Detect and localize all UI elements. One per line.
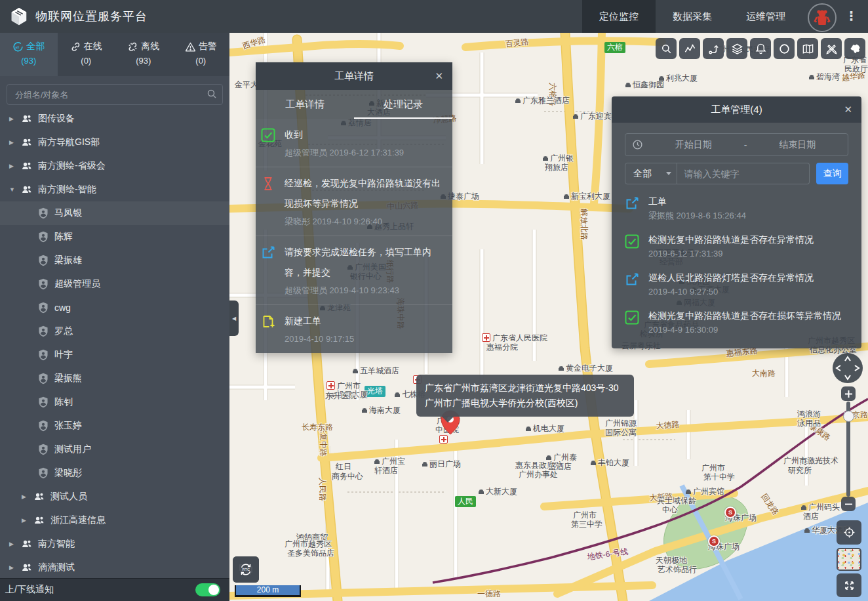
tree-group-17[interactable]: ▶浙江高速信息 (0, 508, 229, 532)
close-icon[interactable]: ✕ (844, 96, 852, 123)
tree-user-5[interactable]: 陈辉 (0, 225, 229, 249)
zoom-out-button[interactable] (841, 497, 856, 511)
map-label: 丰铂大厦 (591, 458, 629, 467)
map-tool-route[interactable] (703, 38, 724, 59)
tree-group-1[interactable]: ▶南方导航GIS部 (0, 131, 229, 154)
fullscreen-button[interactable] (837, 573, 861, 597)
tree-group-3[interactable]: ▼南方测绘-智能 (0, 178, 229, 201)
tree-user-4[interactable]: 马凤银 (0, 201, 229, 225)
nav-item-0[interactable]: 定位监控 (582, 0, 656, 33)
search-input[interactable] (7, 84, 223, 105)
rtc-button[interactable]: RTC (233, 556, 259, 583)
building-icon (546, 455, 551, 460)
map-tool-china[interactable] (844, 38, 865, 59)
sidebar-tab-3[interactable]: 告警(0) (172, 33, 230, 76)
tab-process-record[interactable]: 处理记录 (354, 90, 452, 119)
user-shield-icon (37, 231, 53, 243)
map-tool-track[interactable] (679, 38, 700, 59)
chevron-right-icon[interactable]: ▶ (22, 493, 33, 500)
map-label: 艺术饰品行 (658, 565, 697, 574)
tree-group-18[interactable]: ▶南方智能 (0, 532, 229, 556)
tree-user-11[interactable]: 梁振熊 (0, 367, 229, 390)
online-offline-notify-label: 上/下线通知 (5, 584, 54, 596)
minimap-toggle[interactable] (837, 548, 861, 571)
date-range-picker[interactable]: 开始日期 - 结束日期 (625, 133, 848, 156)
close-icon[interactable]: ✕ (435, 62, 443, 90)
chevron-right-icon[interactable]: ▶ (22, 517, 33, 524)
map-tool-mapicon[interactable] (797, 38, 818, 59)
map-label: 解放北路 (580, 209, 589, 240)
map-label: 民政厅 (844, 64, 868, 73)
tree-user-8[interactable]: cwg (0, 296, 229, 320)
compass-control[interactable] (832, 352, 863, 386)
search-icon[interactable] (207, 89, 217, 99)
map-tool-draw[interactable] (821, 38, 842, 59)
tree-user-10[interactable]: 叶宇 (0, 343, 229, 367)
map-label: 东升医院 (325, 391, 357, 400)
map-label: 利兆大厦 (659, 73, 698, 83)
map-label: 长寿东路 (302, 423, 333, 432)
online-offline-toggle[interactable] (195, 583, 220, 596)
app-window: 西华路百灵路越华路净慧路中山六路解放北路六榕路海珠中路光复中路人民路纸行路长寿东… (0, 0, 868, 601)
tree-group-2[interactable]: ▶南方测绘-省级会 (0, 154, 229, 178)
tab-order-detail[interactable]: 工单详情 (256, 90, 354, 119)
chevron-right-icon[interactable]: ▶ (9, 115, 21, 122)
nav-item-2[interactable]: 运维管理 (729, 0, 802, 33)
nav-item-1[interactable]: 数据采集 (656, 0, 729, 33)
building-icon (353, 369, 358, 373)
tree-user-6[interactable]: 梁振雄 (0, 249, 229, 272)
chevron-down-icon[interactable]: ▼ (9, 186, 21, 193)
tree-user-12[interactable]: 陈钊 (0, 390, 229, 414)
avatar[interactable] (808, 3, 837, 32)
tree-group-19[interactable]: ▶滴滴测试 (0, 556, 229, 579)
chevron-right-icon[interactable]: ▶ (9, 541, 21, 547)
query-button[interactable]: 查询 (816, 163, 848, 184)
panel-title-text: 工单管理(4) (711, 104, 762, 116)
map-toolbar (656, 38, 865, 59)
type-select[interactable]: 全部 (625, 163, 677, 184)
map-label: 广州市 (701, 463, 725, 472)
tree-user-13[interactable]: 张玉婷 (0, 414, 229, 438)
check-icon (625, 309, 648, 337)
map-tool-layers[interactable] (726, 38, 747, 59)
map-label: 大新大厦 (479, 487, 517, 496)
locate-button[interactable] (837, 520, 861, 545)
tree-user-9[interactable]: 罗总 (0, 320, 229, 343)
map-label: 新宝利大厦 (564, 192, 610, 201)
sidebar-collapse-handle[interactable]: ◀ (229, 300, 239, 336)
clock-icon (632, 139, 643, 150)
chevron-right-icon[interactable]: ▶ (9, 163, 21, 169)
sidebar-tab-1[interactable]: 在线(0) (58, 33, 115, 76)
map-tool-circle[interactable] (774, 38, 795, 59)
tree-user-7[interactable]: 超级管理员 (0, 272, 229, 296)
map-tool-bell[interactable] (750, 38, 771, 59)
tree-user-14[interactable]: 测试用户 (0, 438, 229, 461)
tree-group-0[interactable]: ▶图传设备 (0, 107, 229, 131)
map-label: 广东省人民医院 (482, 333, 547, 342)
timeline-entry-3: 新建工单2019-4-10 9:17:15 (256, 304, 452, 353)
start-date-placeholder[interactable]: 开始日期 (643, 139, 744, 151)
zoom-in-button[interactable] (841, 386, 856, 401)
tree-user-15[interactable]: 梁晓彤 (0, 461, 229, 485)
keyword-input[interactable] (677, 163, 810, 184)
sidebar-tab-0[interactable]: all全部(93) (0, 33, 58, 76)
building-icon (591, 461, 596, 465)
group-icon (21, 184, 37, 196)
order-item-1[interactable]: 检测光复中路沿路轨道是否存在异常情况2019-6-12 17:31:39 (625, 228, 848, 266)
order-item-3[interactable]: 检测光复中路沿路轨道是否存在损坏等异常情况2019-4-9 16:30:09 (625, 304, 848, 342)
offline-icon (127, 41, 138, 52)
zoom-slider-handle[interactable] (843, 411, 854, 422)
check-icon (625, 233, 648, 260)
group-icon (21, 113, 37, 125)
bear-avatar-icon (813, 8, 831, 28)
tree-group-16[interactable]: ▶测试人员 (0, 485, 229, 508)
map-tool-search[interactable] (656, 38, 677, 59)
sidebar-tab-2[interactable]: 离线(93) (115, 33, 172, 76)
more-menu-icon[interactable]: ⋮ (845, 9, 858, 24)
order-item-2[interactable]: 巡检人民北路沿路灯塔是否存在异常情况2019-4-10 9:27:50 (625, 266, 848, 304)
chevron-right-icon[interactable]: ▶ (9, 564, 21, 571)
chevron-right-icon[interactable]: ▶ (9, 139, 21, 146)
order-item-0[interactable]: 工单梁振熊 2019-8-6 15:26:44 (625, 190, 848, 228)
map-label: 一德路 (477, 589, 501, 598)
end-date-placeholder[interactable]: 结束日期 (747, 139, 848, 151)
